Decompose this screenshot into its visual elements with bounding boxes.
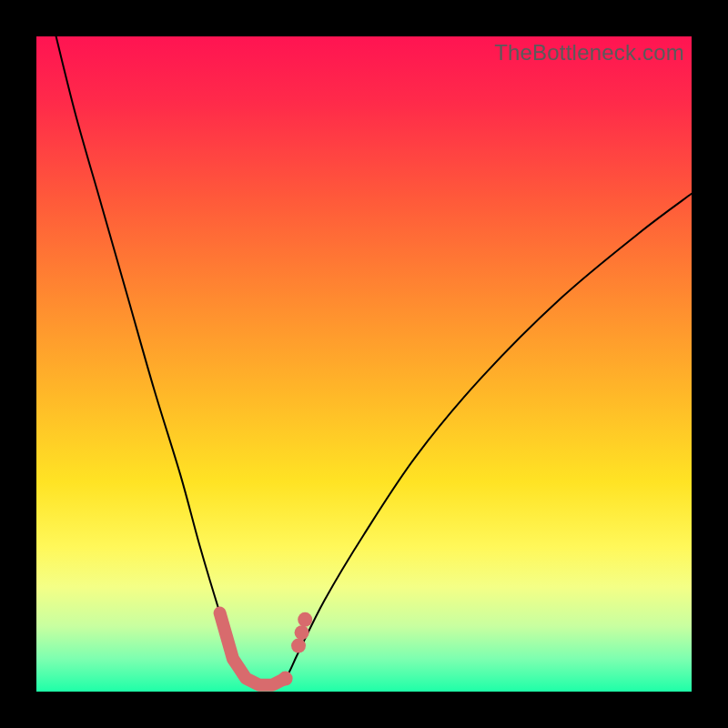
trough-highlight [220,613,286,685]
trough-dot [291,639,306,653]
plot-area: TheBottleneck.com [36,36,692,692]
bottleneck-curve [56,36,692,686]
chart-frame: TheBottleneck.com [0,0,728,728]
trough-dots [278,612,313,686]
curve-layer [36,36,692,692]
trough-dot [295,625,309,640]
trough-dot [298,612,312,627]
trough-dot [278,672,293,686]
